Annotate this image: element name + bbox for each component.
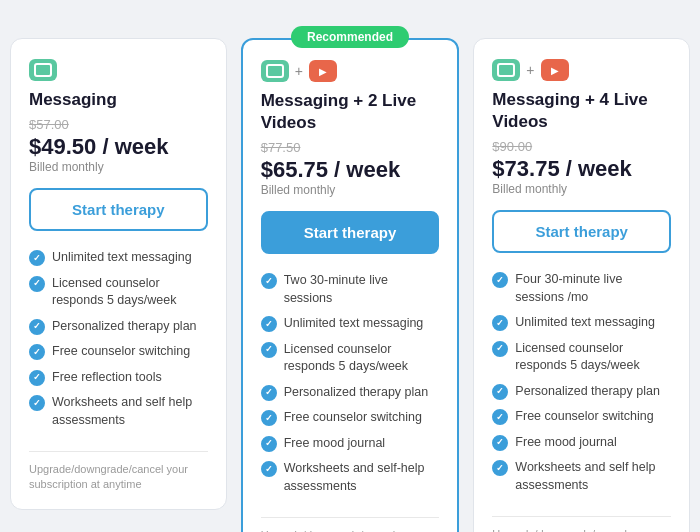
footer-note: Upgrade/downgrade/cancel your subscripti… [261, 528, 440, 532]
feature-item: Unlimited text messaging [29, 249, 208, 267]
check-icon [261, 273, 277, 289]
recommended-badge: Recommended [291, 26, 409, 48]
feature-item: Free counselor switching [261, 409, 440, 427]
feature-item: Free mood journal [492, 434, 671, 452]
card-messaging-2-live: Recommended+Messaging + 2 Live Videos$77… [241, 38, 460, 532]
feature-item: Worksheets and self help assessments [492, 459, 671, 494]
feature-item: Licensed counselor responds 5 days/week [261, 341, 440, 376]
check-icon [492, 341, 508, 357]
feature-item: Licensed counselor responds 5 days/week [29, 275, 208, 310]
feature-item: Worksheets and self help assessments [29, 394, 208, 429]
billed-note: Billed monthly [492, 182, 671, 196]
feature-item: Personalized therapy plan [261, 384, 440, 402]
card-messaging-4-live: +Messaging + 4 Live Videos$90.00$73.75 /… [473, 38, 690, 532]
feature-text: Personalized therapy plan [52, 318, 197, 336]
divider [261, 517, 440, 518]
check-icon [29, 319, 45, 335]
card-icon-row: + [261, 60, 440, 82]
feature-text: Free counselor switching [284, 409, 422, 427]
feature-item: Four 30-minute live sessions /mo [492, 271, 671, 306]
feature-item: Worksheets and self-help assessments [261, 460, 440, 495]
divider [29, 451, 208, 452]
start-therapy-button[interactable]: Start therapy [261, 211, 440, 254]
feature-item: Free mood journal [261, 435, 440, 453]
feature-text: Licensed counselor responds 5 days/week [52, 275, 208, 310]
divider [492, 516, 671, 517]
card-icon-row [29, 59, 208, 81]
check-icon [261, 316, 277, 332]
feature-item: Personalized therapy plan [29, 318, 208, 336]
feature-item: Unlimited text messaging [492, 314, 671, 332]
check-icon [29, 344, 45, 360]
check-icon [492, 435, 508, 451]
check-icon [261, 410, 277, 426]
feature-item: Personalized therapy plan [492, 383, 671, 401]
feature-text: Unlimited text messaging [284, 315, 424, 333]
feature-item: Free counselor switching [29, 343, 208, 361]
message-icon [29, 59, 57, 81]
check-icon [261, 461, 277, 477]
footer-note: Upgrade/downgrade/cancel your subscripti… [492, 527, 671, 532]
check-icon [492, 272, 508, 288]
start-therapy-button[interactable]: Start therapy [29, 188, 208, 231]
feature-text: Personalized therapy plan [515, 383, 660, 401]
feature-text: Licensed counselor responds 5 days/week [284, 341, 440, 376]
pricing-cards: Messaging$57.00$49.50 / weekBilled month… [10, 20, 690, 532]
check-icon [492, 409, 508, 425]
card-icon-row: + [492, 59, 671, 81]
check-icon [492, 460, 508, 476]
footer-note: Upgrade/downgrade/cancel your subscripti… [29, 462, 208, 493]
current-price: $49.50 / week [29, 134, 208, 160]
message-icon [261, 60, 289, 82]
feature-text: Worksheets and self help assessments [515, 459, 671, 494]
card-title: Messaging + 4 Live Videos [492, 89, 671, 133]
current-price: $73.75 / week [492, 156, 671, 182]
feature-item: Licensed counselor responds 5 days/week [492, 340, 671, 375]
billed-note: Billed monthly [29, 160, 208, 174]
card-title: Messaging [29, 89, 208, 111]
feature-item: Free reflection tools [29, 369, 208, 387]
video-icon [309, 60, 337, 82]
check-icon [492, 315, 508, 331]
start-therapy-button[interactable]: Start therapy [492, 210, 671, 253]
feature-text: Free mood journal [515, 434, 616, 452]
feature-text: Unlimited text messaging [515, 314, 655, 332]
feature-text: Free counselor switching [52, 343, 190, 361]
feature-item: Free counselor switching [492, 408, 671, 426]
video-icon [541, 59, 569, 81]
check-icon [29, 370, 45, 386]
feature-text: Free mood journal [284, 435, 385, 453]
feature-text: Personalized therapy plan [284, 384, 429, 402]
feature-text: Free reflection tools [52, 369, 162, 387]
plus-icon: + [526, 62, 534, 78]
feature-text: Worksheets and self-help assessments [284, 460, 440, 495]
current-price: $65.75 / week [261, 157, 440, 183]
original-price: $90.00 [492, 139, 671, 154]
card-title: Messaging + 2 Live Videos [261, 90, 440, 134]
plus-icon: + [295, 63, 303, 79]
check-icon [29, 276, 45, 292]
check-icon [29, 250, 45, 266]
message-icon [492, 59, 520, 81]
check-icon [29, 395, 45, 411]
check-icon [261, 342, 277, 358]
feature-text: Two 30-minute live sessions [284, 272, 440, 307]
feature-item: Unlimited text messaging [261, 315, 440, 333]
feature-text: Four 30-minute live sessions /mo [515, 271, 671, 306]
feature-text: Worksheets and self help assessments [52, 394, 208, 429]
feature-text: Licensed counselor responds 5 days/week [515, 340, 671, 375]
card-messaging: Messaging$57.00$49.50 / weekBilled month… [10, 38, 227, 510]
features-list: Four 30-minute live sessions /mo Unlimit… [492, 271, 671, 502]
original-price: $57.00 [29, 117, 208, 132]
features-list: Unlimited text messaging Licensed counse… [29, 249, 208, 437]
features-list: Two 30-minute live sessions Unlimited te… [261, 272, 440, 503]
check-icon [492, 384, 508, 400]
feature-item: Two 30-minute live sessions [261, 272, 440, 307]
check-icon [261, 385, 277, 401]
check-icon [261, 436, 277, 452]
original-price: $77.50 [261, 140, 440, 155]
billed-note: Billed monthly [261, 183, 440, 197]
feature-text: Free counselor switching [515, 408, 653, 426]
feature-text: Unlimited text messaging [52, 249, 192, 267]
